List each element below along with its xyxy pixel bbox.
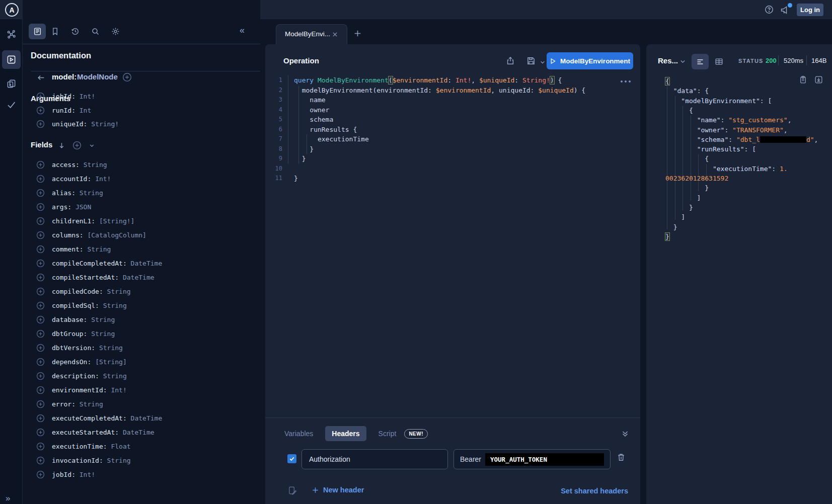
argument-row[interactable]: uniqueId:String! [23, 119, 260, 132]
argument-row[interactable]: runId:Int [23, 105, 260, 119]
field-row[interactable]: environmentId:Int! [23, 385, 260, 398]
field-row[interactable]: dbtGroup:String [23, 328, 260, 342]
add-to-query-icon[interactable] [36, 329, 45, 338]
json-line: "runResults": [ [646, 144, 832, 154]
add-to-query-icon[interactable] [36, 428, 45, 437]
search-icon[interactable] [91, 27, 100, 36]
settings-gear-icon[interactable] [111, 27, 120, 36]
field-row[interactable]: args:JSON [23, 202, 260, 215]
add-to-query-icon[interactable] [36, 120, 45, 128]
raw-view-toggle[interactable] [692, 54, 709, 69]
header-value-input[interactable]: Bearer YOUR_AUTH_TOKEN [453, 449, 611, 469]
back-arrow-icon[interactable] [37, 73, 45, 82]
collapse-docs-icon[interactable]: « [240, 25, 245, 36]
history-icon[interactable] [71, 27, 80, 36]
response-dropdown-caret-icon[interactable] [679, 58, 686, 65]
add-to-query-icon[interactable] [36, 400, 45, 408]
add-type-icon[interactable] [122, 72, 132, 82]
field-row[interactable]: compiledCode:String [23, 286, 260, 300]
share-operation-icon[interactable] [506, 56, 515, 65]
field-row[interactable]: columns:[CatalogColumn] [23, 230, 260, 243]
field-name: jobId: [52, 471, 75, 478]
field-row[interactable]: access:String [23, 159, 260, 173]
field-row[interactable]: compileCompletedAt:DateTime [23, 258, 260, 272]
field-row[interactable]: dbtVersion:String [23, 343, 260, 356]
header-enabled-checkbox[interactable] [287, 454, 296, 463]
field-name: compileCompletedAt: [52, 260, 127, 267]
field-row[interactable]: comment:String [23, 244, 260, 258]
breadcrumb-type-link[interactable]: ModelNode [77, 72, 118, 81]
expand-rail-icon[interactable]: » [6, 494, 10, 502]
response-json-viewer[interactable]: { "data": { "modelByEnvironment": [ { "n… [646, 76, 832, 499]
operation-tab[interactable]: ModelByEnvi... [276, 24, 347, 45]
add-to-query-icon[interactable] [36, 217, 45, 225]
add-to-query-icon[interactable] [36, 372, 45, 380]
new-tab-icon[interactable] [353, 29, 362, 38]
add-to-query-icon[interactable] [36, 414, 45, 423]
field-row[interactable]: compiledSql:String [23, 300, 260, 314]
field-row[interactable]: description:String [23, 371, 260, 384]
field-row[interactable]: executeCompletedAt:DateTime [23, 413, 260, 427]
documentation-tab-icon[interactable] [29, 24, 46, 39]
add-to-query-icon[interactable] [36, 358, 45, 366]
delete-header-icon[interactable] [617, 453, 626, 462]
field-row[interactable]: alias:String [23, 188, 260, 201]
field-row[interactable]: invocationId:String [23, 455, 260, 469]
field-row[interactable]: executionTime:Float [23, 441, 260, 455]
add-to-query-icon[interactable] [36, 175, 45, 183]
explorer-nav-item[interactable] [2, 50, 21, 69]
add-to-query-icon[interactable] [36, 456, 45, 465]
run-operation-button[interactable]: ModelByEnvironment [547, 52, 633, 69]
field-row[interactable]: executeStartedAt:DateTime [23, 427, 260, 441]
field-row[interactable]: database:String [23, 314, 260, 328]
add-to-query-icon[interactable] [36, 160, 45, 169]
tab-variables[interactable]: Variables [284, 430, 313, 438]
edit-headers-file-icon[interactable] [288, 486, 297, 495]
add-to-query-icon[interactable] [36, 231, 45, 239]
add-to-query-icon[interactable] [36, 273, 45, 282]
operation-collections-icon[interactable] [7, 79, 16, 89]
add-to-query-icon[interactable] [36, 470, 45, 479]
set-shared-headers-link[interactable]: Set shared headers [561, 487, 628, 495]
field-row[interactable]: dependsOn:[String] [23, 357, 260, 370]
field-row[interactable]: jobId:Int! [23, 469, 260, 483]
add-to-query-icon[interactable] [36, 386, 45, 394]
close-tab-icon[interactable] [332, 31, 338, 38]
bookmark-icon[interactable] [51, 27, 59, 36]
field-row[interactable]: accountId:Int! [23, 174, 260, 187]
add-to-query-icon[interactable] [36, 287, 45, 296]
graphql-editor[interactable]: 1query ModelByEnvironment($environmentId… [265, 75, 640, 397]
auth-token-value[interactable]: YOUR_AUTH_TOKEN [485, 453, 604, 466]
sort-fields-icon[interactable] [58, 142, 65, 149]
field-name: columns: [52, 231, 84, 239]
add-to-query-icon[interactable] [36, 245, 45, 254]
table-view-toggle[interactable] [715, 57, 723, 66]
collapse-footer-icon[interactable] [621, 430, 629, 438]
add-to-query-icon[interactable] [36, 203, 45, 211]
add-to-query-icon[interactable] [36, 92, 45, 101]
field-row[interactable]: error:String [23, 399, 260, 412]
new-header-button[interactable]: New header [312, 486, 364, 494]
checklist-icon[interactable] [7, 100, 16, 110]
tab-headers[interactable]: Headers [325, 426, 366, 441]
footer-divider [265, 417, 640, 418]
add-to-query-icon[interactable] [36, 189, 45, 197]
field-row[interactable]: childrenL1:[String!] [23, 216, 260, 229]
add-to-query-icon[interactable] [36, 301, 45, 310]
schema-graph-icon[interactable] [7, 30, 16, 39]
add-to-query-icon[interactable] [36, 106, 45, 115]
save-operation-icon[interactable] [526, 56, 536, 65]
add-to-query-icon[interactable] [36, 442, 45, 451]
login-button[interactable]: Log in [797, 4, 823, 16]
save-options-caret-icon[interactable] [540, 59, 546, 65]
add-to-query-icon[interactable] [36, 344, 45, 352]
add-all-fields-icon[interactable] [72, 141, 82, 150]
header-name-input[interactable] [301, 449, 448, 469]
fields-options-chevron-icon[interactable] [89, 142, 95, 149]
argument-row[interactable]: jobId:Int! [23, 91, 260, 105]
add-to-query-icon[interactable] [36, 259, 45, 268]
help-icon[interactable] [765, 5, 774, 14]
field-row[interactable]: compileStartedAt:DateTime [23, 272, 260, 286]
tab-script[interactable]: Script [379, 430, 397, 438]
add-to-query-icon[interactable] [36, 315, 45, 324]
